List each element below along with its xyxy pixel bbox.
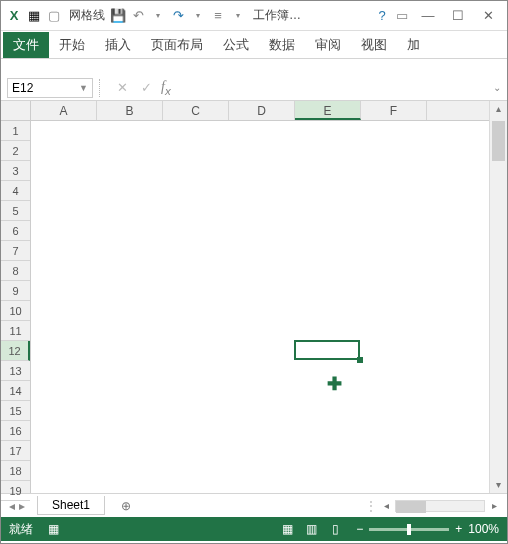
title-bar: X ▦ ▢ 网格线 💾 ↶ ▾ ↷ ▾ ≡ ▾ 工作簿… ? ▭ — ☐ ✕ <box>1 1 507 31</box>
expand-formula-icon[interactable]: ⌄ <box>493 82 501 93</box>
row-head[interactable]: 5 <box>1 201 30 221</box>
row-head[interactable]: 15 <box>1 401 30 421</box>
row-head[interactable]: 9 <box>1 281 30 301</box>
zoom-in-button[interactable]: + <box>455 522 462 536</box>
row-headers[interactable]: 12345678910111213141516171819 <box>1 121 31 493</box>
fill-handle[interactable] <box>357 357 363 363</box>
macro-icon[interactable]: ▦ <box>43 522 63 536</box>
view-page-layout-button[interactable]: ▥ <box>300 520 322 538</box>
row-head[interactable]: 3 <box>1 161 30 181</box>
horizontal-scrollbar[interactable]: ⋮ ◂ ▸ <box>365 499 501 513</box>
row-head[interactable]: 4 <box>1 181 30 201</box>
dropdown-icon[interactable]: ▾ <box>229 7 247 25</box>
status-bar: 就绪 ▦ ▦ ▥ ▯ − + 100% <box>1 517 507 541</box>
tab-insert[interactable]: 插入 <box>95 32 141 58</box>
scroll-up-icon[interactable]: ▴ <box>490 101 507 117</box>
cancel-icon: ✕ <box>111 78 133 98</box>
tab-file[interactable]: 文件 <box>3 32 49 58</box>
save-icon[interactable]: 💾 <box>109 7 127 25</box>
ribbon-tabs: 文件 开始 插入 页面布局 公式 数据 审阅 视图 加 <box>1 31 507 59</box>
gridlines-icon[interactable]: ▦ <box>25 7 43 25</box>
enter-icon: ✓ <box>135 78 157 98</box>
zoom-slider[interactable] <box>369 528 449 531</box>
row-head[interactable]: 12 <box>1 341 30 361</box>
tab-home[interactable]: 开始 <box>49 32 95 58</box>
tab-more[interactable]: 加 <box>397 32 430 58</box>
col-head[interactable]: C <box>163 101 229 120</box>
tab-page-layout[interactable]: 页面布局 <box>141 32 213 58</box>
status-ready: 就绪 <box>9 521 33 538</box>
tab-review[interactable]: 审阅 <box>305 32 351 58</box>
col-head[interactable]: E <box>295 101 361 120</box>
sheet-tab-bar: ◂▸ Sheet1 ⊕ ⋮ ◂ ▸ <box>1 493 507 517</box>
fill-cursor-icon: ✚ <box>327 373 342 395</box>
row-head[interactable]: 8 <box>1 261 30 281</box>
col-head[interactable]: B <box>97 101 163 120</box>
row-head[interactable]: 10 <box>1 301 30 321</box>
fx-icon[interactable]: fx <box>161 79 171 97</box>
scroll-thumb[interactable] <box>492 121 505 161</box>
scroll-left-icon[interactable]: ◂ <box>379 500 393 511</box>
undo-icon[interactable]: ↶ <box>129 7 147 25</box>
tab-view[interactable]: 视图 <box>351 32 397 58</box>
dropdown-icon[interactable]: ▾ <box>189 7 207 25</box>
row-head[interactable]: 11 <box>1 321 30 341</box>
col-head[interactable]: A <box>31 101 97 120</box>
cells-area[interactable]: ✚ <box>31 121 489 493</box>
gridlines-label[interactable]: 网格线 <box>69 7 105 24</box>
col-head[interactable]: F <box>361 101 427 120</box>
vertical-scrollbar[interactable]: ▴ ▾ <box>489 101 507 493</box>
row-head[interactable]: 2 <box>1 141 30 161</box>
help-icon[interactable]: ? <box>373 7 391 25</box>
scroll-down-icon[interactable]: ▾ <box>490 477 507 493</box>
view-page-break-button[interactable]: ▯ <box>324 520 346 538</box>
column-headers[interactable]: ABCDEF <box>31 101 489 121</box>
tab-formulas[interactable]: 公式 <box>213 32 259 58</box>
row-head[interactable]: 18 <box>1 461 30 481</box>
tab-data[interactable]: 数据 <box>259 32 305 58</box>
workbook-title: 工作簿… <box>253 7 301 24</box>
active-cell[interactable] <box>294 340 360 360</box>
row-head[interactable]: 16 <box>1 421 30 441</box>
scroll-right-icon[interactable]: ▸ <box>487 500 501 511</box>
zoom-level[interactable]: 100% <box>468 522 499 536</box>
minimize-button[interactable]: — <box>413 5 443 27</box>
col-head[interactable]: D <box>229 101 295 120</box>
view-normal-button[interactable]: ▦ <box>276 520 298 538</box>
customize-icon[interactable]: ≡ <box>209 7 227 25</box>
zoom-control[interactable]: − + 100% <box>356 522 499 536</box>
name-box-value: E12 <box>12 81 33 95</box>
row-head[interactable]: 1 <box>1 121 30 141</box>
select-all-button[interactable] <box>1 101 31 121</box>
hscroll-thumb[interactable] <box>396 501 426 513</box>
add-sheet-button[interactable]: ⊕ <box>115 499 137 513</box>
ribbon-display-icon[interactable]: ▭ <box>393 7 411 25</box>
row-head[interactable]: 14 <box>1 381 30 401</box>
zoom-out-button[interactable]: − <box>356 522 363 536</box>
row-head[interactable]: 6 <box>1 221 30 241</box>
row-head[interactable]: 7 <box>1 241 30 261</box>
excel-icon: X <box>5 7 23 25</box>
maximize-button[interactable]: ☐ <box>443 5 473 27</box>
row-head[interactable]: 19 <box>1 481 30 501</box>
sheet-tab[interactable]: Sheet1 <box>37 496 105 515</box>
close-button[interactable]: ✕ <box>473 5 503 27</box>
formula-bar: E12 ▼ ✕ ✓ fx ⌄ <box>1 75 507 101</box>
name-box[interactable]: E12 ▼ <box>7 78 93 98</box>
border-icon[interactable]: ▢ <box>45 7 63 25</box>
dropdown-icon[interactable]: ▾ <box>149 7 167 25</box>
spreadsheet-grid[interactable]: ABCDEF 12345678910111213141516171819 ✚ ▴… <box>1 101 507 493</box>
row-head[interactable]: 13 <box>1 361 30 381</box>
chevron-down-icon[interactable]: ▼ <box>79 83 88 93</box>
row-head[interactable]: 17 <box>1 441 30 461</box>
redo-icon[interactable]: ↷ <box>169 7 187 25</box>
